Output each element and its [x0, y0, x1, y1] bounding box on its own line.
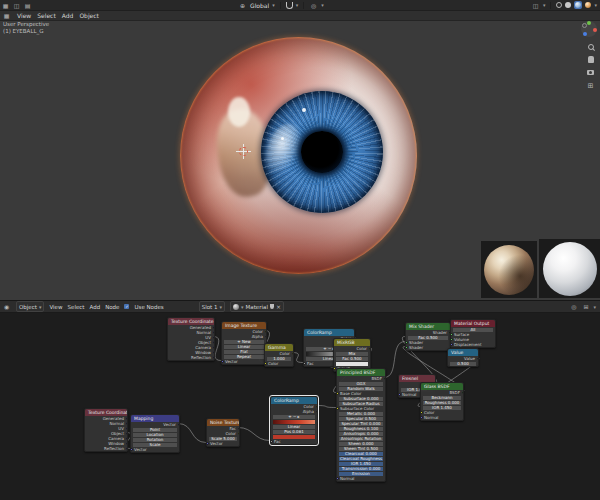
axis-y-dot[interactable]: [587, 21, 591, 25]
node-header[interactable]: Image Texture: [222, 322, 266, 329]
node-header[interactable]: MixRGB: [334, 339, 370, 346]
node-socket[interactable]: [451, 333, 453, 336]
shader-editor-icon[interactable]: ◉: [2, 303, 11, 311]
node-row[interactable]: 0.500: [448, 361, 478, 366]
shader-node-graph[interactable]: Texture CoordinateGeneratedNormalUVObjec…: [0, 313, 600, 500]
node-socket[interactable]: [126, 422, 128, 425]
node-socket[interactable]: [222, 360, 224, 363]
eyeball-object[interactable]: [180, 37, 417, 274]
node-socket[interactable]: [238, 432, 240, 435]
snap-node-icon[interactable]: ⊞: [581, 303, 590, 311]
viewport-editor-icon[interactable]: ▦: [2, 12, 11, 20]
menu-add[interactable]: Add: [62, 12, 74, 19]
transform-orientation-icon[interactable]: ⊕: [238, 1, 247, 9]
hdri-preview-sphere[interactable]: [484, 245, 534, 295]
node-texture-coordinate[interactable]: Texture CoordinateGeneratedNormalUVObjec…: [84, 408, 128, 452]
node-colorramp[interactable]: ColorRampColorAlpha+ − ▸LinearPos 0.061F…: [270, 396, 318, 445]
transform-orientation-label[interactable]: Global: [250, 2, 269, 9]
node-row[interactable]: Normal: [337, 476, 385, 481]
use-nodes-label[interactable]: Use Nodes: [134, 304, 163, 310]
editor-type-icon[interactable]: ▦: [1, 1, 10, 9]
menu-node[interactable]: Node: [105, 304, 119, 310]
node-socket[interactable]: [451, 343, 453, 346]
node-mix-shader[interactable]: Mix ShaderShaderFac 0.500ShaderShader: [405, 322, 451, 351]
node-socket[interactable]: [477, 357, 479, 360]
node-header[interactable]: Noise Texture: [207, 419, 239, 426]
node-socket[interactable]: [399, 393, 401, 396]
axis-z-dot[interactable]: [583, 32, 587, 36]
shading-rendered-icon[interactable]: [585, 2, 591, 8]
node-socket[interactable]: [265, 335, 267, 338]
node-header[interactable]: Mapping: [131, 415, 179, 422]
node-mapping[interactable]: MappingVectorPointLocationRotationScaleV…: [130, 414, 180, 453]
node-socket[interactable]: [213, 341, 215, 344]
menu-object[interactable]: Object: [79, 12, 99, 19]
chevron-down-icon[interactable]: ▾: [594, 2, 597, 8]
unlink-material-icon[interactable]: ×: [276, 304, 281, 310]
axis-neg-dot[interactable]: [582, 23, 587, 28]
node-socket[interactable]: [126, 427, 128, 430]
node-header[interactable]: ColorRamp: [271, 397, 317, 404]
menu-select[interactable]: Select: [68, 304, 85, 310]
chevron-down-icon[interactable]: ▾: [272, 2, 275, 8]
node-texture-coordinate[interactable]: Texture CoordinateGeneratedNormalUVObjec…: [167, 317, 215, 361]
menu-add[interactable]: Add: [89, 304, 100, 310]
node-socket[interactable]: [213, 336, 215, 339]
node-socket[interactable]: [316, 410, 318, 413]
shader-type-dropdown[interactable]: Object ▾: [16, 301, 44, 312]
node-header[interactable]: Fresnel: [399, 375, 435, 382]
node-socket[interactable]: [207, 442, 209, 445]
node-socket[interactable]: [369, 347, 371, 350]
fake-user-shield-icon[interactable]: [270, 304, 274, 309]
node-socket[interactable]: [126, 417, 128, 420]
node-socket[interactable]: [126, 432, 128, 435]
node-socket[interactable]: [126, 442, 128, 445]
node-header[interactable]: Glass BSDF: [421, 383, 463, 390]
use-nodes-checkbox[interactable]: ✓: [124, 304, 129, 309]
node-socket[interactable]: [406, 346, 408, 349]
node-socket[interactable]: [213, 351, 215, 354]
node-socket[interactable]: [126, 447, 128, 450]
node-row[interactable]: Color: [265, 361, 293, 366]
node-socket[interactable]: [213, 331, 215, 334]
slot-dropdown[interactable]: Slot 1 ▾: [199, 301, 225, 312]
pin-icon[interactable]: ◎: [569, 303, 578, 311]
axis-x-dot[interactable]: [593, 28, 597, 32]
node-header[interactable]: ColorRamp: [304, 329, 354, 336]
proportional-edit-icon[interactable]: ◎: [309, 1, 318, 9]
node-row[interactable]: Fac: [271, 439, 317, 444]
node-socket[interactable]: [337, 477, 339, 480]
node-mixrgb[interactable]: MixRGBColorMixFac 0.500Color2: [333, 338, 371, 372]
mode-icon[interactable]: ◫: [12, 1, 21, 9]
node-header[interactable]: Principled BSDF: [337, 369, 385, 376]
node-socket[interactable]: [271, 440, 273, 443]
node-socket[interactable]: [213, 356, 215, 359]
node-socket[interactable]: [451, 338, 453, 341]
menu-view[interactable]: View: [17, 12, 31, 19]
node-header[interactable]: Texture Coordinate: [168, 318, 214, 325]
material-name[interactable]: Material: [246, 304, 268, 310]
axis-navigation-gizmo[interactable]: [581, 21, 597, 37]
node-glass-bsdf[interactable]: Glass BSDFBSDFBeckmannRoughness 0.000IOR…: [420, 382, 464, 421]
zoom-icon[interactable]: [586, 42, 595, 51]
overlays-icon[interactable]: ◫: [531, 1, 540, 9]
chevron-down-icon[interactable]: ▾: [296, 2, 299, 8]
node-row[interactable]: Shader: [406, 345, 450, 350]
3d-cursor[interactable]: [239, 147, 248, 156]
node-socket[interactable]: [421, 411, 423, 414]
node-row[interactable]: Displacement: [451, 342, 495, 347]
workspace-icon[interactable]: ▤: [23, 1, 32, 9]
node-noise-texture[interactable]: Noise TextureFacColorScale 5.000Vector: [206, 418, 240, 447]
chevron-down-icon[interactable]: ▾: [321, 2, 324, 8]
chevron-down-icon[interactable]: ▾: [543, 2, 546, 8]
node-socket[interactable]: [131, 448, 133, 451]
node-socket[interactable]: [265, 330, 267, 333]
chevron-down-icon[interactable]: ▾: [593, 304, 596, 310]
move-view-icon[interactable]: [586, 55, 595, 64]
node-socket[interactable]: [384, 377, 386, 380]
node-socket[interactable]: [462, 391, 464, 394]
perspective-toggle-icon[interactable]: ⊞: [586, 81, 595, 90]
gray-preview-sphere[interactable]: [543, 242, 597, 296]
hdri-preview-panel[interactable]: [481, 241, 537, 298]
node-material-output[interactable]: Material OutputAllSurfaceVolumeDisplacem…: [450, 319, 496, 348]
